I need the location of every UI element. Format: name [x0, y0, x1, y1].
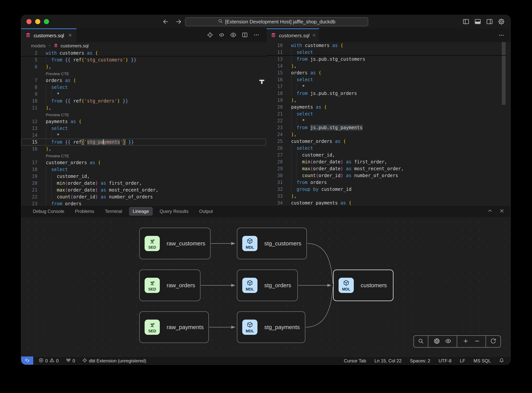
- code-row-22: 22 *: [266, 117, 506, 124]
- status-item-dbt-extension[interactable]: dbt Extension (unregistered): [82, 358, 146, 364]
- token: (: [310, 166, 313, 171]
- token: from: [51, 57, 65, 63]
- token: ): [117, 98, 120, 104]
- close-tab-icon[interactable]: [68, 33, 72, 38]
- status-item-encoding[interactable]: UTF-8: [439, 358, 451, 364]
- panel-tab-lineage[interactable]: Lineage: [129, 207, 153, 216]
- more-actions-icon[interactable]: [253, 32, 259, 39]
- eye-icon[interactable]: [445, 338, 451, 345]
- token: from: [297, 125, 310, 130]
- settings-gear-icon[interactable]: [498, 18, 505, 26]
- codelens-preview-cte[interactable]: Preview CTE: [46, 154, 69, 158]
- lineage-node-raw_customers[interactable]: SEDraw_customers: [139, 228, 211, 259]
- token: group by: [297, 187, 321, 192]
- code-icon[interactable]: [219, 32, 225, 39]
- panel-tab-debug-console[interactable]: Debug Console: [29, 207, 68, 216]
- token: select: [297, 111, 313, 117]
- toolbar-segment: [486, 336, 500, 347]
- indent-guide: [46, 187, 46, 193]
- tab-customers-sql-preview[interactable]: customers.sql: [266, 28, 319, 42]
- zoom-out-icon[interactable]: [474, 338, 480, 345]
- token: (: [310, 159, 313, 165]
- source-editor[interactable]: 2with customers as (5 from {{ ref('stg_c…: [21, 50, 266, 205]
- lineage-node-stg_customers[interactable]: MDLstg_customers: [237, 228, 307, 259]
- lineage-canvas[interactable]: SEDraw_customersMDLstg_customersSEDraw_o…: [21, 217, 511, 356]
- token: as: [335, 139, 343, 144]
- lineage-node-raw_payments[interactable]: SEDraw_payments: [139, 311, 209, 343]
- panel-tab-problems[interactable]: Problems: [71, 207, 98, 216]
- remote-indicator[interactable]: [21, 356, 33, 365]
- token: order_date: [313, 166, 341, 171]
- token: [46, 201, 51, 205]
- panel-tab-output[interactable]: Output: [195, 207, 217, 216]
- token: [291, 56, 297, 62]
- line-number: [21, 111, 38, 118]
- breadcrumb-folder[interactable]: models: [31, 43, 46, 49]
- codelens-preview-cte[interactable]: Preview CTE: [46, 72, 69, 76]
- panel-tab-query-results[interactable]: Query Results: [156, 207, 192, 216]
- token: 'stg_customers': [84, 57, 125, 63]
- zoom-in-icon[interactable]: [463, 338, 469, 345]
- breadcrumb-file[interactable]: customers.sql: [60, 43, 89, 49]
- token: (: [349, 200, 351, 205]
- line-number: 21: [21, 187, 38, 193]
- lineage-node-raw_orders[interactable]: SEDraw_orders: [139, 270, 201, 301]
- layout-sidebar-left-icon[interactable]: [462, 18, 470, 26]
- status-item-indentation[interactable]: Spaces: 2: [410, 358, 430, 364]
- token: min: [57, 181, 65, 186]
- panel-tab-terminal[interactable]: Terminal: [101, 207, 126, 216]
- token: stg_pa: [87, 139, 104, 145]
- token: ,: [48, 146, 51, 152]
- lineage-node-stg_payments[interactable]: MDLstg_payments: [237, 311, 305, 343]
- token: }: [120, 98, 125, 104]
- layout-sidebar-right-icon[interactable]: [486, 18, 493, 26]
- token: customers: [305, 43, 332, 48]
- forward-icon[interactable]: [175, 18, 182, 26]
- compiled-editor[interactable]: 10with customers as (11 select13 from js…: [266, 42, 506, 205]
- search-icon[interactable]: [418, 338, 424, 345]
- close-tab-icon[interactable]: [312, 33, 316, 38]
- back-icon[interactable]: [162, 18, 169, 26]
- token: order_id: [319, 173, 341, 178]
- close-window-button[interactable]: [26, 19, 32, 24]
- split-editor-icon[interactable]: [242, 32, 248, 39]
- token: ): [291, 98, 294, 103]
- status-item-notifications[interactable]: [499, 358, 504, 364]
- close-panel-icon[interactable]: [499, 208, 504, 214]
- status-label: MS SQL: [474, 358, 491, 364]
- status-item-problems[interactable]: 00: [38, 358, 59, 364]
- codelens-preview-cte[interactable]: Preview CTE: [46, 113, 69, 117]
- refresh-icon[interactable]: [490, 338, 496, 345]
- command-center-search[interactable]: [Extension Development Host] jaffle_shop…: [185, 17, 368, 26]
- token: ,: [294, 132, 296, 137]
- lineage-node-stg_orders[interactable]: MDLstg_orders: [237, 270, 298, 301]
- token: [291, 111, 297, 117]
- status-item-language-mode[interactable]: MS SQL: [474, 358, 491, 364]
- lineage-node-customers[interactable]: MDLcustomers: [333, 270, 393, 301]
- line-number: 26: [266, 145, 283, 152]
- open-preview-icon[interactable]: [230, 32, 236, 39]
- status-item-cursor-tab[interactable]: Cursor Tab: [344, 358, 366, 364]
- more-actions-icon[interactable]: [498, 28, 511, 42]
- maximize-panel-icon[interactable]: [487, 208, 493, 214]
- aperture-icon[interactable]: [434, 338, 440, 345]
- token: ): [46, 105, 48, 111]
- codelens-row: Preview CTE: [21, 70, 266, 77]
- zoom-window-button[interactable]: [44, 19, 49, 24]
- line-number: 10: [266, 42, 283, 49]
- status-item-cursor-position[interactable]: Ln 15, Col 22: [374, 358, 402, 364]
- status-left: 000dbt Extension (unregistered): [38, 358, 146, 364]
- token: yments: [104, 139, 120, 145]
- code-line: customer_payments as (: [291, 200, 506, 205]
- tab-customers-sql[interactable]: customers.sql: [21, 28, 77, 42]
- status-item-eol[interactable]: LF: [460, 358, 465, 364]
- dbt-preview-icon[interactable]: [207, 32, 213, 39]
- minimize-window-button[interactable]: [35, 19, 40, 24]
- status-item-ports[interactable]: 0: [66, 358, 75, 364]
- token: (: [324, 104, 327, 110]
- layout-panel-icon[interactable]: [474, 18, 481, 26]
- line-number: 14: [266, 63, 283, 69]
- code-line: max(order_date) as most_recent_order,: [291, 165, 506, 172]
- token: }: [128, 57, 134, 63]
- indent-guide: [51, 91, 52, 98]
